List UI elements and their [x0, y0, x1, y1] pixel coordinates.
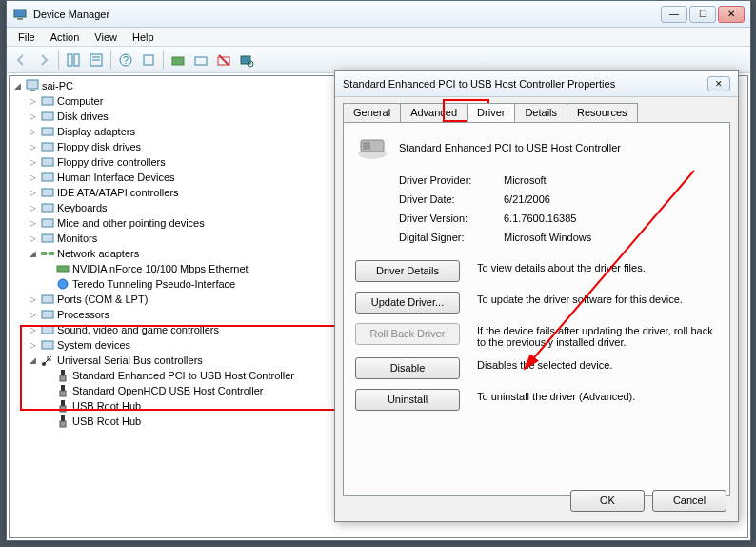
driver-details-button[interactable]: Driver Details — [355, 260, 460, 282]
ok-button[interactable]: OK — [570, 490, 645, 512]
tab-resources[interactable]: Resources — [567, 103, 638, 122]
action-button[interactable] — [138, 50, 159, 71]
maximize-button[interactable]: ☐ — [689, 6, 716, 23]
svg-rect-44 — [61, 415, 65, 421]
expand-icon[interactable]: ▷ — [27, 156, 38, 168]
svg-point-32 — [58, 279, 68, 289]
svg-rect-10 — [172, 57, 184, 65]
dialog-title: Standard Enhanced PCI to USB Host Contro… — [343, 78, 707, 90]
dialog-close-button[interactable]: ✕ — [707, 76, 730, 91]
collapse-icon[interactable]: ◢ — [27, 355, 38, 366]
expand-icon[interactable]: ▷ — [27, 233, 38, 244]
expand-icon[interactable]: ▷ — [27, 324, 38, 335]
svg-rect-35 — [42, 326, 53, 334]
titlebar: Device Manager — ☐ ✕ — [7, 1, 750, 28]
expand-icon[interactable]: ▷ — [27, 141, 38, 152]
nic-icon — [55, 261, 70, 276]
expand-icon[interactable]: ▷ — [27, 217, 38, 229]
svg-rect-14 — [241, 56, 250, 64]
collapse-icon[interactable]: ◢ — [27, 248, 38, 259]
device-category-icon — [40, 200, 55, 215]
svg-text:?: ? — [123, 54, 129, 66]
svg-rect-42 — [61, 400, 65, 406]
scan-hardware-button[interactable] — [236, 50, 257, 71]
expand-icon[interactable]: ▷ — [27, 172, 38, 183]
svg-rect-11 — [195, 57, 207, 65]
disable-button[interactable] — [213, 50, 234, 71]
tab-advanced[interactable]: Advanced — [400, 103, 468, 122]
device-category-icon — [40, 307, 55, 322]
usb-device-icon — [55, 414, 70, 429]
uninstall-button[interactable] — [190, 50, 211, 71]
svg-rect-41 — [60, 391, 66, 396]
help-button[interactable]: ? — [115, 50, 136, 71]
device-category-icon — [40, 322, 55, 337]
svg-rect-16 — [27, 80, 38, 89]
expand-icon[interactable]: ▷ — [27, 339, 38, 351]
properties-button[interactable] — [86, 50, 107, 71]
svg-rect-34 — [42, 311, 53, 318]
svg-rect-43 — [60, 406, 66, 412]
cancel-button[interactable]: Cancel — [652, 490, 726, 512]
expand-icon[interactable]: ▷ — [27, 294, 38, 305]
svg-rect-9 — [144, 55, 153, 65]
disable-device-button[interactable]: Disable — [355, 357, 460, 379]
menu-view[interactable]: View — [87, 30, 125, 45]
svg-rect-21 — [42, 143, 53, 151]
device-category-icon — [40, 215, 55, 231]
expand-icon[interactable]: ▷ — [27, 202, 38, 213]
svg-rect-26 — [42, 219, 53, 227]
driver-details-desc: To view details about the driver files. — [477, 260, 718, 274]
window-title: Device Manager — [33, 9, 661, 20]
svg-rect-31 — [57, 266, 69, 272]
label-date: Driver Date: — [399, 193, 504, 205]
label-version: Driver Version: — [399, 213, 504, 224]
expand-icon[interactable]: ▷ — [27, 126, 38, 137]
svg-rect-23 — [42, 173, 53, 181]
close-button[interactable]: ✕ — [718, 6, 745, 23]
show-hide-tree-button[interactable] — [63, 50, 84, 71]
back-button — [10, 50, 31, 71]
device-name: Standard Enhanced PCI to USB Host Contro… — [399, 142, 621, 153]
svg-rect-24 — [42, 189, 53, 196]
svg-rect-20 — [42, 128, 53, 135]
device-category-icon — [40, 109, 55, 124]
update-driver-button[interactable]: Update Driver... — [355, 292, 460, 314]
device-category-icon — [40, 154, 55, 170]
expand-icon[interactable]: ▷ — [27, 187, 38, 198]
tab-driver[interactable]: Driver — [467, 103, 515, 122]
tab-details[interactable]: Details — [514, 103, 567, 122]
svg-rect-0 — [14, 10, 26, 17]
uninstall-driver-desc: To uninstall the driver (Advanced). — [477, 389, 718, 402]
minimize-button[interactable]: — — [661, 6, 687, 23]
collapse-icon[interactable]: ◢ — [11, 80, 23, 91]
svg-rect-36 — [42, 341, 53, 349]
device-category-icon — [40, 124, 55, 139]
menu-file[interactable]: File — [10, 30, 43, 45]
device-category-icon — [40, 337, 55, 353]
network-icon — [40, 246, 55, 261]
uninstall-driver-button[interactable]: Uninstall — [355, 389, 460, 411]
expand-icon[interactable]: ▷ — [27, 309, 38, 320]
svg-rect-18 — [42, 97, 53, 105]
svg-rect-27 — [42, 234, 53, 242]
usb-icon — [40, 353, 55, 368]
menu-action[interactable]: Action — [43, 30, 88, 45]
svg-rect-25 — [42, 204, 53, 212]
svg-rect-3 — [74, 54, 79, 66]
expand-icon[interactable]: ▷ — [27, 95, 38, 107]
app-icon — [12, 7, 28, 22]
svg-rect-28 — [41, 252, 47, 255]
expand-icon[interactable]: ▷ — [27, 111, 38, 122]
forward-button — [33, 50, 54, 71]
window-controls: — ☐ ✕ — [661, 6, 745, 23]
svg-rect-48 — [363, 142, 370, 150]
menu-help[interactable]: Help — [125, 30, 162, 45]
device-category-icon — [40, 292, 55, 307]
update-driver-button[interactable] — [168, 50, 189, 71]
tab-general[interactable]: General — [343, 103, 401, 122]
update-driver-desc: To update the driver software for this d… — [477, 292, 718, 305]
usb-device-icon — [55, 383, 70, 398]
value-date: 6/21/2006 — [504, 193, 718, 205]
nic-icon — [55, 276, 70, 292]
